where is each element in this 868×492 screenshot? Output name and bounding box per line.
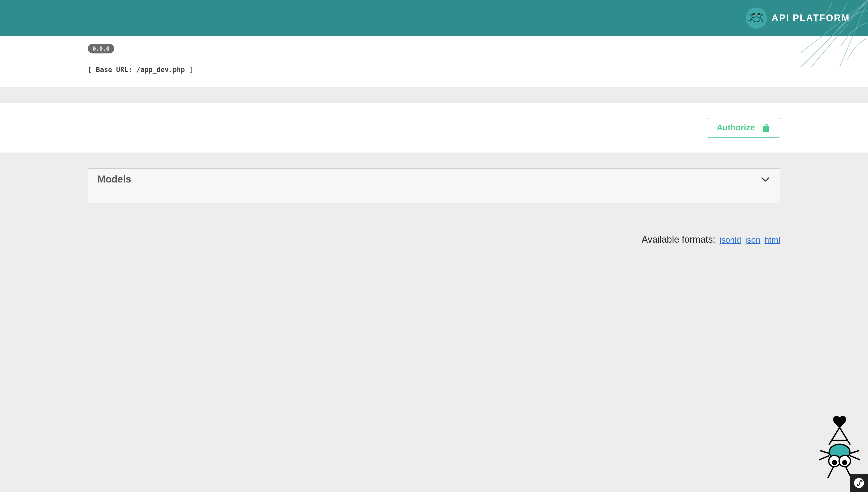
symfony-icon (853, 477, 864, 488)
authorize-strip: Authorize (0, 102, 868, 153)
authorize-button-label: Authorize (717, 123, 755, 132)
version-badge: 0.0.0 (88, 44, 114, 53)
brand-text: API PLATFORM (772, 13, 850, 24)
brand-logo-icon (746, 7, 767, 29)
svg-point-13 (832, 460, 837, 465)
brand: API PLATFORM (746, 7, 850, 29)
svg-point-10 (829, 444, 850, 460)
svg-point-15 (854, 478, 864, 488)
models-toggle[interactable]: Models (88, 168, 780, 190)
svg-point-7 (753, 14, 754, 15)
authorize-button[interactable]: Authorize (707, 118, 780, 138)
svg-point-11 (829, 456, 840, 467)
svg-point-14 (842, 460, 847, 465)
models-title: Models (97, 174, 131, 185)
symfony-toolbar-toggle[interactable] (850, 474, 868, 492)
models-body (88, 190, 780, 203)
spider-mascot-icon (819, 415, 860, 479)
models-section: Models (88, 168, 780, 203)
svg-point-8 (758, 14, 759, 15)
base-url: [ Base URL: /app_dev.php ] (88, 66, 780, 74)
svg-point-12 (839, 456, 850, 467)
divider (0, 87, 868, 102)
formats-label: Available formats: (642, 234, 715, 245)
format-link-jsonld[interactable]: jsonld (720, 235, 741, 244)
info-strip: 0.0.0 [ Base URL: /app_dev.php ] (0, 36, 868, 87)
svg-point-9 (753, 17, 760, 22)
formats: Available formats: jsonld json html (88, 234, 780, 245)
format-link-html[interactable]: html (765, 235, 780, 244)
unlock-icon (762, 123, 770, 132)
format-link-json[interactable]: json (745, 235, 760, 244)
chevron-down-icon (760, 174, 771, 184)
topbar: API PLATFORM (0, 0, 868, 36)
